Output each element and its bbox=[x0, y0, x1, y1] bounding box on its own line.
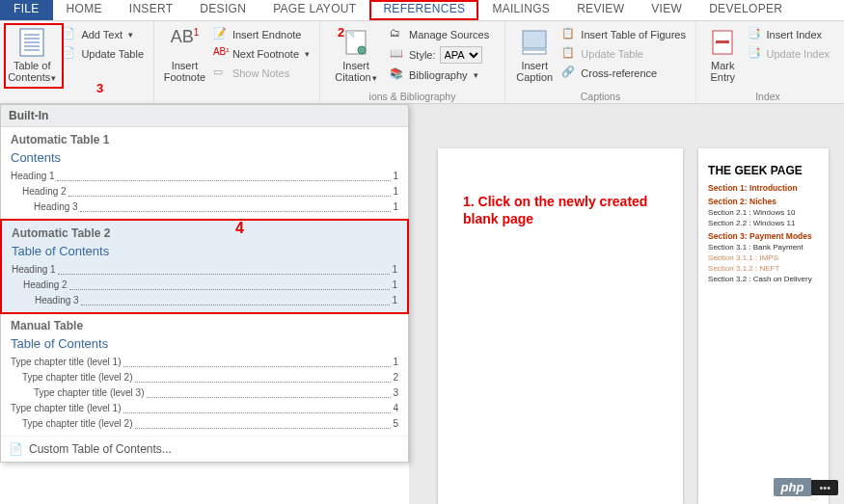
tab-view[interactable]: VIEW bbox=[638, 0, 695, 20]
toc-preview-row: Type chapter title (level 2)5 bbox=[11, 416, 398, 432]
group-label-captions: Captions bbox=[505, 91, 695, 102]
toc-preview-row: Heading 21 bbox=[12, 278, 397, 293]
document-canvas[interactable]: THE GEEK PAGE Section 1: IntroductionSec… bbox=[409, 104, 844, 504]
tab-file[interactable]: FILE bbox=[0, 0, 53, 20]
svg-rect-8 bbox=[523, 31, 546, 48]
doc-section-item: Section 2.2 : Windows 11 bbox=[708, 219, 819, 227]
ribbon: Table of Contents 📄Add Text▾ 📄Update Tab… bbox=[0, 21, 844, 104]
tab-mailings[interactable]: MAILINGS bbox=[478, 0, 563, 20]
group-captions: Insert Caption 📋Insert Table of Figures … bbox=[505, 21, 696, 103]
group-citations: Insert Citation 🗂Manage Sources 📖Style:A… bbox=[320, 21, 505, 103]
tab-bar: FILE HOME INSERT DESIGN PAGE LAYOUT REFE… bbox=[0, 0, 844, 21]
next-footnote-icon: AB¹ bbox=[213, 46, 229, 62]
doc-section-item: Section 3.1 : Bank Payment bbox=[708, 243, 819, 252]
update-tof-button[interactable]: 📋Update Table bbox=[558, 44, 690, 64]
citation-style-select[interactable]: 📖Style:APA bbox=[386, 44, 493, 66]
endnote-icon: 📝 bbox=[213, 27, 229, 42]
toc-preview-row: Heading 21 bbox=[11, 184, 398, 199]
manage-sources-icon: 🗂 bbox=[390, 27, 405, 42]
insert-table-of-figures-button[interactable]: 📋Insert Table of Figures bbox=[558, 25, 690, 44]
insert-endnote-button[interactable]: 📝Insert Endnote bbox=[209, 25, 313, 44]
toc-option-auto-1[interactable]: Automatic Table 1 Contents Heading 11Hea… bbox=[1, 127, 408, 220]
toc-option-auto-2[interactable]: Automatic Table 2 Table of Contents Head… bbox=[0, 219, 409, 314]
update-index-icon: 📑 bbox=[748, 46, 763, 62]
tab-references[interactable]: REFERENCES bbox=[369, 0, 478, 20]
insert-index-button[interactable]: 📑Insert Index bbox=[744, 25, 833, 44]
custom-toc-icon: 📄 bbox=[9, 442, 23, 456]
doc-section-item: Section 3.1.2 : NEFT bbox=[708, 264, 819, 273]
toc-preview-row: Heading 31 bbox=[11, 199, 398, 215]
footnote-icon: AB1 bbox=[169, 27, 200, 58]
next-footnote-button[interactable]: AB¹Next Footnote▾ bbox=[209, 44, 313, 64]
group-label-index: Index bbox=[696, 91, 839, 102]
annotation-2: 2 bbox=[338, 25, 344, 40]
table-of-contents-button[interactable]: Table of Contents bbox=[6, 23, 58, 86]
tab-review[interactable]: REVIEW bbox=[563, 0, 638, 20]
update-icon: 📄 bbox=[62, 46, 77, 62]
doc-title: THE GEEK PAGE bbox=[708, 164, 819, 177]
tab-page-layout[interactable]: PAGE LAYOUT bbox=[259, 0, 369, 20]
doc-section-item: Section 3.1.1 : IMPS bbox=[708, 253, 819, 262]
caption-icon bbox=[519, 27, 550, 58]
svg-rect-9 bbox=[523, 50, 546, 54]
mark-entry-button[interactable]: Mark Entry bbox=[702, 23, 744, 85]
update-table-button[interactable]: 📄Update Table bbox=[58, 44, 148, 64]
doc-section-item: Section 3.2 : Cash on Delivery bbox=[708, 275, 819, 283]
tab-insert[interactable]: INSERT bbox=[116, 0, 187, 20]
insert-citation-button[interactable]: Insert Citation bbox=[326, 23, 386, 86]
tof-icon: 📋 bbox=[561, 27, 577, 42]
annotation-1: 1. Click on the newly created blank page bbox=[463, 193, 675, 227]
doc-section-item: Section 2.1 : Windows 10 bbox=[708, 208, 819, 217]
cross-ref-icon: 🔗 bbox=[561, 66, 577, 81]
toc-dropdown: Built-In Automatic Table 1 Contents Head… bbox=[0, 104, 409, 463]
toc-preview-row: Heading 11 bbox=[12, 262, 397, 278]
manage-sources-button[interactable]: 🗂Manage Sources bbox=[386, 25, 493, 44]
toc-preview-row: Type chapter title (level 2)2 bbox=[11, 370, 398, 385]
tab-developer[interactable]: DEVELOPER bbox=[695, 0, 796, 20]
toc-preview-row: Type chapter title (level 1)1 bbox=[11, 355, 398, 370]
insert-caption-button[interactable]: Insert Caption bbox=[511, 23, 558, 85]
annotation-4: 4 bbox=[235, 220, 244, 237]
content-page[interactable]: THE GEEK PAGE Section 1: IntroductionSec… bbox=[698, 148, 829, 504]
insert-footnote-button[interactable]: AB1 Insert Footnote bbox=[160, 23, 209, 85]
toc-icon bbox=[16, 27, 47, 58]
tab-design[interactable]: DESIGN bbox=[186, 0, 259, 20]
style-icon: 📖 bbox=[390, 47, 405, 63]
group-label-citations: ions & Bibliography bbox=[320, 91, 504, 102]
toc-preview-row: Type chapter title (level 1)4 bbox=[11, 401, 398, 416]
doc-section-heading: Section 1: Introduction bbox=[708, 183, 819, 193]
toc-preview-row: Type chapter title (level 3)3 bbox=[11, 385, 398, 401]
add-text-icon: 📄 bbox=[62, 27, 77, 42]
citation-icon bbox=[340, 27, 371, 58]
toc-custom-option[interactable]: 📄 Custom Table of Contents... bbox=[1, 437, 408, 462]
update-tof-icon: 📋 bbox=[561, 46, 577, 62]
update-index-button[interactable]: 📑Update Index bbox=[744, 44, 833, 64]
svg-point-7 bbox=[358, 46, 366, 54]
style-dropdown[interactable]: APA bbox=[440, 46, 482, 64]
annotation-3: 3 bbox=[96, 81, 103, 95]
group-index: Mark Entry 📑Insert Index 📑Update Index I… bbox=[696, 21, 839, 103]
doc-section-heading: Section 3: Payment Modes bbox=[708, 231, 819, 241]
mark-entry-icon bbox=[707, 27, 738, 58]
show-notes-button[interactable]: ▭Show Notes bbox=[209, 64, 313, 83]
dropdown-section-builtin: Built-In bbox=[1, 105, 408, 127]
cross-reference-button[interactable]: 🔗Cross-reference bbox=[558, 64, 690, 83]
insert-index-icon: 📑 bbox=[748, 27, 763, 42]
doc-section-heading: Section 2: Niches bbox=[708, 197, 819, 206]
tab-home[interactable]: HOME bbox=[53, 0, 116, 20]
add-text-button[interactable]: 📄Add Text▾ bbox=[58, 25, 148, 44]
group-table-of-contents: Table of Contents 📄Add Text▾ 📄Update Tab… bbox=[0, 21, 154, 103]
svg-rect-11 bbox=[716, 40, 729, 43]
toc-preview-row: Heading 31 bbox=[12, 293, 397, 308]
group-footnotes: AB1 Insert Footnote 📝Insert Endnote AB¹N… bbox=[154, 21, 320, 103]
bibliography-button[interactable]: 📚Bibliography▾ bbox=[386, 66, 493, 85]
show-notes-icon: ▭ bbox=[213, 66, 229, 81]
watermark: php ••• bbox=[774, 478, 838, 496]
toc-option-manual[interactable]: Manual Table Table of Contents Type chap… bbox=[1, 313, 408, 437]
toc-button-label: Table of Contents bbox=[8, 60, 56, 84]
toc-preview-row: Heading 11 bbox=[11, 169, 398, 184]
bibliography-icon: 📚 bbox=[390, 67, 405, 83]
